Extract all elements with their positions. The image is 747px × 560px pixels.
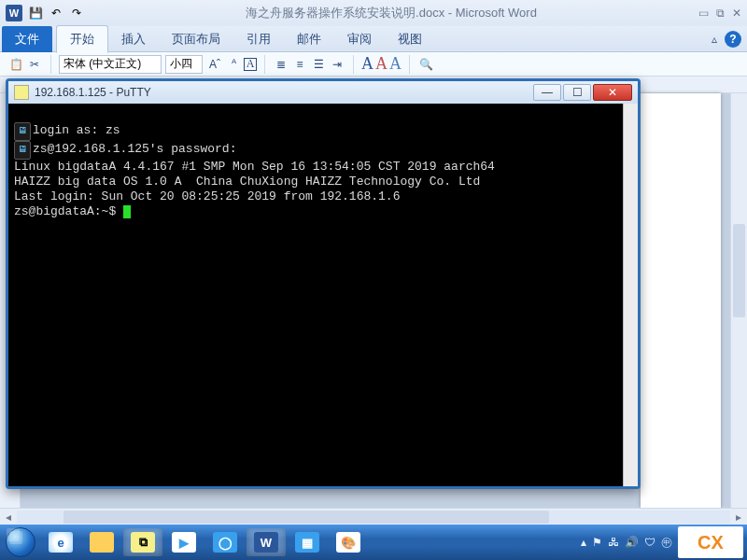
grow-font-icon[interactable]: Aˆ (206, 56, 223, 73)
taskbar-paint[interactable]: 🎨 (329, 528, 368, 556)
save-icon[interactable]: 💾 (28, 6, 43, 21)
tray-flag-icon[interactable]: ⚑ (592, 536, 602, 549)
start-button[interactable] (2, 526, 39, 558)
highlight-icon[interactable]: ᴬ (225, 56, 242, 73)
tab-references[interactable]: 引用 (233, 26, 284, 52)
minimize-icon[interactable]: ▭ (698, 7, 709, 20)
putty-minimize-button[interactable]: — (533, 84, 561, 101)
redo-icon[interactable]: ↷ (69, 6, 84, 21)
terminal-line: Linux bigdataA 4.4.167 #1 SMP Mon Sep 16… (14, 160, 495, 174)
paste-icon[interactable]: 📋 (7, 56, 24, 73)
multilevel-icon[interactable]: ☰ (310, 56, 327, 73)
window-title: 海之舟服务器操作系统安装说明.docx - Microsoft Word (84, 5, 698, 21)
close-icon[interactable]: ✕ (732, 7, 741, 20)
putty-terminal[interactable]: 🖥login as: zs 🖥zs@192.168.1.125's passwo… (8, 104, 638, 486)
tray-chevron-icon[interactable]: ▴ (581, 536, 586, 549)
document-page[interactable] (641, 93, 721, 508)
style-heading-icon[interactable]: A (361, 54, 374, 74)
putty-title-text: 192.168.1.125 - PuTTY (35, 86, 151, 99)
window-controls: ▭ ⧉ ✕ (698, 7, 741, 20)
terminal-prompt: zs@bigdataA:~$ (14, 204, 123, 218)
terminal-line: HAIZZ big data OS 1.0 A China ChuXiong H… (14, 175, 480, 189)
quick-access-toolbar[interactable]: 💾 ↶ ↷ (28, 6, 84, 21)
tab-insert[interactable]: 插入 (108, 26, 159, 52)
terminal-cursor (123, 205, 131, 218)
putty-sysmenu-icon[interactable]: 🖥 (14, 141, 31, 160)
numbering-icon[interactable]: ≡ (291, 56, 308, 73)
ribbon-tabs: 文件 开始 插入 页面布局 引用 邮件 审阅 视图 ▵ ? (0, 26, 747, 52)
vertical-scrollbar[interactable] (730, 93, 747, 508)
scroll-left-icon[interactable]: ◂ (0, 511, 17, 524)
indent-icon[interactable]: ⇥ (329, 56, 345, 73)
taskbar-putty[interactable]: ⧉ (123, 528, 162, 556)
windows-taskbar: e ⧉ ▶ ◯ W ▦ 🎨 ▴ ⚑ 🖧 🔊 🛡 ㊥ CX (0, 525, 747, 560)
scroll-right-icon[interactable]: ▸ (730, 511, 747, 524)
cut-icon[interactable]: ✂ (26, 56, 43, 73)
maximize-icon[interactable]: ⧉ (716, 7, 725, 20)
style-emphasis-icon[interactable]: A (375, 54, 388, 74)
tray-shield-icon[interactable]: 🛡 (644, 536, 655, 549)
putty-scrollbar[interactable] (623, 104, 638, 486)
putty-app-icon (14, 85, 29, 100)
terminal-line: login as: zs (33, 123, 120, 137)
putty-maximize-button[interactable]: ☐ (563, 84, 591, 101)
taskbar-media[interactable]: ▶ (164, 528, 204, 556)
word-title-bar: W 💾 ↶ ↷ 海之舟服务器操作系统安装说明.docx - Microsoft … (0, 0, 747, 26)
horizontal-scrollbar[interactable]: ◂ ▸ (0, 508, 747, 525)
terminal-line: Last login: Sun Oct 20 08:25:25 2019 fro… (14, 189, 400, 203)
watermark-logo: CX (678, 526, 743, 558)
font-name-combo[interactable]: 宋体 (中文正文) (59, 55, 162, 74)
taskbar-ie[interactable]: e (41, 528, 80, 556)
taskbar-taskview[interactable]: ▦ (288, 528, 327, 556)
ribbon-minimize-icon[interactable]: ▵ (712, 33, 717, 46)
tab-review[interactable]: 审阅 (334, 26, 385, 52)
taskbar-explorer[interactable] (82, 528, 121, 556)
bullets-icon[interactable]: ≣ (273, 56, 289, 73)
word-app-icon: W (6, 5, 22, 21)
undo-icon[interactable]: ↶ (49, 6, 63, 21)
putty-title-bar[interactable]: 192.168.1.125 - PuTTY — ☐ ✕ (8, 81, 638, 104)
tab-view[interactable]: 视图 (385, 26, 435, 52)
tab-home[interactable]: 开始 (56, 25, 108, 53)
help-icon[interactable]: ? (725, 31, 741, 48)
tab-layout[interactable]: 页面布局 (159, 26, 233, 52)
tray-volume-icon[interactable]: 🔊 (625, 536, 639, 549)
ribbon-toolbar: 📋 ✂ 宋体 (中文正文) 小四 Aˆ ᴬ A ≣ ≡ ☰ ⇥ A A A 🔍 (0, 52, 747, 77)
find-icon[interactable]: 🔍 (417, 56, 434, 73)
tray-network-icon[interactable]: 🖧 (608, 536, 619, 549)
char-border-icon[interactable]: A (244, 58, 257, 71)
tray-ime-icon[interactable]: ㊥ (661, 535, 672, 551)
putty-window[interactable]: 192.168.1.125 - PuTTY — ☐ ✕ 🖥login as: z… (6, 78, 641, 489)
tab-mailings[interactable]: 邮件 (284, 26, 334, 52)
taskbar-browser2[interactable]: ◯ (205, 528, 245, 556)
system-tray[interactable]: ▴ ⚑ 🖧 🔊 🛡 ㊥ CX (581, 526, 745, 558)
tab-file[interactable]: 文件 (2, 26, 52, 52)
style-outline-icon[interactable]: A (389, 54, 402, 74)
font-size-combo[interactable]: 小四 (165, 55, 203, 74)
terminal-line: zs@192.168.1.125's password: (33, 142, 236, 156)
taskbar-word[interactable]: W (247, 528, 286, 556)
putty-sysmenu-icon[interactable]: 🖥 (14, 122, 31, 141)
putty-close-button[interactable]: ✕ (593, 84, 632, 101)
